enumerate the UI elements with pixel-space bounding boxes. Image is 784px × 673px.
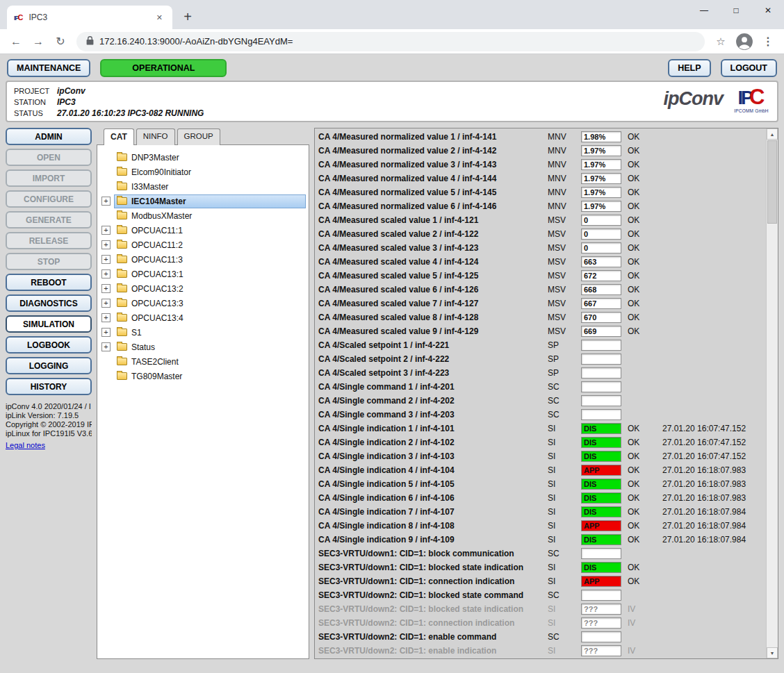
- datapoint-value-box[interactable]: [581, 548, 621, 559]
- expand-icon[interactable]: +: [101, 342, 111, 351]
- tree-item-label: OPCUAC11:1: [131, 226, 183, 235]
- tree-item-opcuac11-2[interactable]: +OPCUAC11:2: [100, 238, 306, 252]
- url-text[interactable]: 172.16.240.13:9000/-AoAiZn-dbYGNg4EAYdM=: [99, 36, 293, 47]
- window-close-icon[interactable]: ✕: [752, 0, 784, 21]
- datapoint-value-box[interactable]: [581, 631, 621, 642]
- datapoint-value-box[interactable]: 672: [581, 270, 621, 281]
- datapoint-value-box[interactable]: DIS: [581, 479, 621, 490]
- reload-icon[interactable]: ↻: [50, 31, 71, 52]
- profile-avatar-icon[interactable]: [735, 33, 753, 51]
- expand-icon[interactable]: +: [101, 269, 111, 279]
- datapoint-value-box[interactable]: APP: [581, 465, 621, 476]
- datapoint-value-box[interactable]: APP: [581, 576, 621, 587]
- tree-item-opcuac11-3[interactable]: +OPCUAC11:3: [100, 252, 306, 267]
- datapoint-value-box[interactable]: 667: [581, 298, 621, 309]
- tree-item-modbusxmaster[interactable]: ModbusXMaster: [100, 208, 306, 223]
- expand-icon[interactable]: +: [101, 284, 111, 293]
- window-minimize-icon[interactable]: —: [688, 0, 720, 21]
- back-icon[interactable]: ←: [6, 31, 26, 52]
- datapoint-value-box[interactable]: [581, 367, 621, 379]
- sidebar-button-diagnostics[interactable]: DIAGNOSTICS: [6, 294, 92, 312]
- datapoint-value-box[interactable]: DIS: [581, 437, 621, 448]
- tree-item-s1[interactable]: +S1: [100, 325, 306, 340]
- datapoint-value-box[interactable]: [581, 354, 621, 365]
- datapoint-value-box[interactable]: [581, 590, 621, 601]
- datapoint-value-box[interactable]: APP: [581, 520, 621, 531]
- expand-icon[interactable]: +: [101, 299, 111, 308]
- datapoint-value-box[interactable]: DIS: [581, 506, 621, 517]
- forward-icon[interactable]: →: [28, 31, 49, 52]
- datapoint-scrollbar[interactable]: ▲ ▼: [766, 128, 778, 658]
- datapoint-value-box[interactable]: DIS: [581, 423, 621, 434]
- datapoint-value-box[interactable]: 0: [581, 229, 621, 240]
- logout-button[interactable]: LOGOUT: [721, 59, 777, 77]
- datapoint-value-box[interactable]: DIS: [581, 451, 621, 462]
- tree-item-opcuac13-4[interactable]: +OPCUAC13:4: [100, 310, 306, 325]
- scroll-down-icon[interactable]: ▼: [767, 647, 778, 658]
- datapoint-value-box[interactable]: 669: [581, 326, 621, 337]
- datapoint-value-box[interactable]: 0: [581, 215, 621, 226]
- datapoint-value-box[interactable]: 1.97%: [581, 159, 621, 170]
- url-field[interactable]: 172.16.240.13:9000/-AoAiZn-dbYGNg4EAYdM=: [76, 32, 705, 51]
- sidebar-button-admin[interactable]: ADMIN: [6, 128, 92, 145]
- browser-tab[interactable]: IPC IPC3 ✕: [7, 6, 172, 29]
- datapoint-value-box[interactable]: [581, 340, 621, 351]
- datapoint-value-box[interactable]: DIS: [581, 492, 621, 504]
- tree-item-status[interactable]: +Status: [100, 340, 306, 354]
- tree-tab-group[interactable]: GROUP: [177, 128, 220, 145]
- expand-icon[interactable]: +: [101, 197, 111, 206]
- sidebar-button-logging[interactable]: LOGGING: [6, 357, 92, 374]
- browser-menu-icon[interactable]: ⋮: [758, 31, 778, 52]
- datapoint-value-box[interactable]: ???: [581, 645, 621, 656]
- datapoint-value-box[interactable]: [581, 409, 621, 420]
- maintenance-button[interactable]: MAINTENANCE: [7, 59, 90, 77]
- expand-icon[interactable]: +: [101, 255, 111, 264]
- datapoint-value-box[interactable]: [581, 395, 621, 406]
- tree-item-tase2client[interactable]: TASE2Client: [100, 354, 306, 369]
- tree-item-opcuac13-2[interactable]: +OPCUAC13:2: [100, 281, 306, 296]
- help-button[interactable]: HELP: [668, 59, 710, 77]
- tree-item-opcuac11-1[interactable]: +OPCUAC11:1: [100, 223, 306, 238]
- datapoint-value-box[interactable]: 663: [581, 256, 621, 267]
- tree-item-opcuac13-1[interactable]: +OPCUAC13:1: [100, 267, 306, 281]
- sidebar-button-history[interactable]: HISTORY: [6, 378, 92, 395]
- expand-icon[interactable]: +: [101, 328, 111, 337]
- expand-icon[interactable]: +: [101, 240, 111, 249]
- legal-notes-link[interactable]: Legal notes: [6, 441, 45, 449]
- sidebar-button-logbook[interactable]: LOGBOOK: [6, 336, 92, 354]
- new-tab-button[interactable]: +: [178, 7, 197, 26]
- operational-button[interactable]: OPERATIONAL: [100, 59, 227, 77]
- sidebar-button-simulation[interactable]: SIMULATION: [6, 315, 92, 333]
- datapoint-value-box[interactable]: ???: [581, 617, 621, 629]
- tree-tab-ninfo[interactable]: NINFO: [136, 128, 175, 145]
- tab-close-icon[interactable]: ✕: [154, 12, 165, 24]
- sidebar-button-reboot[interactable]: REBOOT: [6, 274, 92, 291]
- datapoint-value-box[interactable]: ???: [581, 604, 621, 615]
- tree-item-iec104master[interactable]: +IEC104Master: [100, 194, 306, 208]
- tree-item-elcom90initiator[interactable]: Elcom90Initiator: [100, 165, 306, 179]
- logo-area: ipConv IPC IPCOMM GmbH: [664, 85, 772, 114]
- datapoint-value-box[interactable]: DIS: [581, 562, 621, 573]
- bookmark-star-icon[interactable]: ☆: [710, 31, 731, 52]
- expand-icon[interactable]: +: [101, 226, 111, 235]
- datapoint-value-box[interactable]: 1.97%: [581, 201, 621, 212]
- datapoint-value-box[interactable]: 668: [581, 284, 621, 295]
- tree-item-i33master[interactable]: I33Master: [100, 179, 306, 194]
- datapoint-value-box[interactable]: 0: [581, 242, 621, 254]
- scroll-up-icon[interactable]: ▲: [767, 128, 778, 140]
- expand-icon[interactable]: +: [101, 313, 111, 322]
- datapoint-value-box[interactable]: DIS: [581, 534, 621, 545]
- datapoint-value-box[interactable]: 1.97%: [581, 173, 621, 184]
- tree-item-tg809master[interactable]: TG809Master: [100, 369, 306, 383]
- tree-item-opcuac13-3[interactable]: +OPCUAC13:3: [100, 296, 306, 310]
- tree-item-label: TG809Master: [131, 372, 182, 381]
- datapoint-value-box[interactable]: [581, 381, 621, 392]
- datapoint-value-box[interactable]: 670: [581, 312, 621, 323]
- scrollbar-thumb[interactable]: [767, 140, 777, 224]
- tree-tab-cat[interactable]: CAT: [104, 128, 134, 145]
- tree-item-dnp3master[interactable]: DNP3Master: [100, 150, 306, 165]
- window-maximize-icon[interactable]: □: [720, 0, 752, 21]
- datapoint-value-box[interactable]: 1.98%: [581, 131, 621, 142]
- datapoint-value-box[interactable]: 1.97%: [581, 145, 621, 156]
- datapoint-value-box[interactable]: 1.97%: [581, 187, 621, 198]
